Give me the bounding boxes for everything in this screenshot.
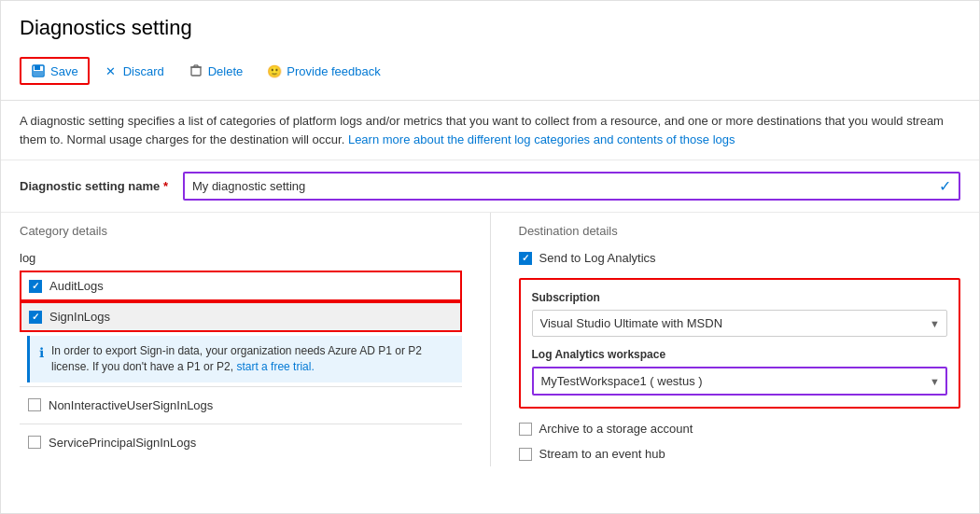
delete-label: Delete bbox=[208, 64, 244, 78]
analytics-destination-group: Subscription Visual Studio Ultimate with… bbox=[519, 278, 961, 409]
feedback-label: Provide feedback bbox=[287, 64, 380, 78]
workspace-dropdown-wrapper: MyTestWorkspace1 ( westus ) ▼ bbox=[532, 367, 948, 396]
category-details-title: Category details bbox=[20, 213, 462, 245]
workspace-label: Log Analytics workspace bbox=[532, 348, 948, 361]
destination-details-title: Destination details bbox=[519, 213, 961, 245]
non-interactive-row: NonInteractiveUserSignInLogs bbox=[20, 391, 462, 420]
free-trial-link[interactable]: start a free trial. bbox=[236, 360, 314, 373]
audit-logs-row: AuditLogs bbox=[20, 271, 462, 301]
service-principal-label: ServicePrincipalSignInLogs bbox=[49, 436, 196, 450]
discard-button[interactable]: ✕ Discard bbox=[93, 58, 175, 84]
setting-name-input-wrapper: ✓ bbox=[183, 172, 960, 201]
delete-button[interactable]: Delete bbox=[178, 58, 254, 84]
page-title: Diagnostics setting bbox=[20, 16, 960, 40]
setting-name-label: Diagnostic setting name * bbox=[20, 179, 168, 193]
svg-rect-1 bbox=[35, 65, 40, 70]
separator-2 bbox=[20, 424, 462, 424]
setting-name-section: Diagnostic setting name * ✓ bbox=[1, 160, 979, 213]
page-container: Diagnostics setting Save ✕ Discard bbox=[0, 0, 980, 514]
subscription-dropdown[interactable]: Visual Studio Ultimate with MSDN bbox=[532, 310, 948, 337]
input-valid-icon: ✓ bbox=[939, 177, 951, 195]
service-principal-checkbox[interactable] bbox=[28, 436, 41, 449]
non-interactive-checkbox[interactable] bbox=[28, 398, 41, 411]
save-icon bbox=[31, 63, 46, 78]
send-analytics-checkbox[interactable] bbox=[519, 252, 532, 265]
audit-logs-label: AuditLogs bbox=[49, 279, 104, 293]
left-panel: Category details log AuditLogs SignInLog… bbox=[20, 213, 491, 466]
audit-logs-checkbox[interactable] bbox=[29, 280, 42, 293]
main-content: Category details log AuditLogs SignInLog… bbox=[1, 213, 979, 466]
archive-storage-row: Archive to a storage account bbox=[519, 416, 961, 441]
archive-storage-checkbox[interactable] bbox=[519, 423, 532, 436]
info-icon: ℹ bbox=[39, 344, 44, 363]
discard-icon: ✕ bbox=[104, 63, 119, 78]
sign-in-logs-row: SignInLogs bbox=[20, 301, 462, 332]
send-analytics-row: Send to Log Analytics bbox=[519, 245, 961, 271]
save-label: Save bbox=[50, 64, 78, 78]
service-principal-row: ServicePrincipalSignInLogs bbox=[20, 428, 462, 457]
subscription-label: Subscription bbox=[532, 291, 948, 304]
feedback-button[interactable]: 🙂 Provide feedback bbox=[257, 58, 390, 84]
stream-event-hub-label: Stream to an event hub bbox=[539, 447, 665, 461]
page-header: Diagnostics setting Save ✕ Discard bbox=[1, 1, 979, 101]
svg-rect-2 bbox=[34, 71, 43, 76]
setting-name-input[interactable] bbox=[185, 174, 959, 199]
svg-rect-3 bbox=[191, 67, 201, 76]
separator-1 bbox=[20, 386, 462, 387]
toolbar: Save ✕ Discard Delete bbox=[20, 51, 960, 90]
sign-in-logs-label: SignInLogs bbox=[49, 310, 110, 324]
sign-in-logs-checkbox[interactable] bbox=[29, 311, 42, 324]
feedback-icon: 🙂 bbox=[267, 63, 282, 78]
workspace-dropdown[interactable]: MyTestWorkspace1 ( westus ) bbox=[532, 367, 948, 396]
discard-label: Discard bbox=[123, 64, 164, 78]
right-panel: Destination details Send to Log Analytic… bbox=[491, 213, 961, 466]
description-area: A diagnostic setting specifies a list of… bbox=[1, 101, 979, 160]
learn-more-link[interactable]: Learn more about the different log categ… bbox=[348, 132, 735, 146]
subscription-dropdown-wrapper: Visual Studio Ultimate with MSDN ▼ bbox=[532, 310, 948, 337]
save-button[interactable]: Save bbox=[20, 57, 90, 85]
stream-event-hub-row: Stream to an event hub bbox=[519, 441, 961, 466]
info-message: In order to export Sign-in data, your or… bbox=[51, 343, 453, 375]
archive-storage-label: Archive to a storage account bbox=[539, 422, 693, 436]
required-indicator: * bbox=[163, 179, 168, 193]
stream-event-hub-checkbox[interactable] bbox=[519, 448, 532, 461]
non-interactive-label: NonInteractiveUserSignInLogs bbox=[49, 398, 213, 412]
sign-in-info-box: ℹ In order to export Sign-in data, your … bbox=[27, 336, 462, 382]
log-group-label: log bbox=[20, 245, 462, 271]
delete-icon bbox=[189, 63, 203, 78]
send-analytics-label: Send to Log Analytics bbox=[539, 251, 656, 265]
